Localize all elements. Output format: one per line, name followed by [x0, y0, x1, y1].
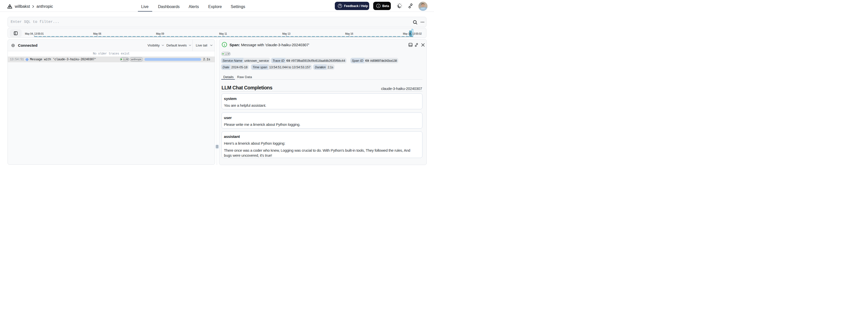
svg-text:May 06: May 06: [93, 32, 101, 35]
svg-text:May 18, 13:55:02: May 18, 13:55:02: [403, 32, 422, 35]
svg-text:May 11: May 11: [219, 32, 227, 35]
svg-text:May 13: May 13: [282, 32, 290, 35]
svg-text:May 16: May 16: [345, 32, 353, 35]
svg-text:May 04, 13:55:01: May 04, 13:55:01: [25, 32, 44, 35]
svg-text:May 09: May 09: [156, 32, 164, 35]
